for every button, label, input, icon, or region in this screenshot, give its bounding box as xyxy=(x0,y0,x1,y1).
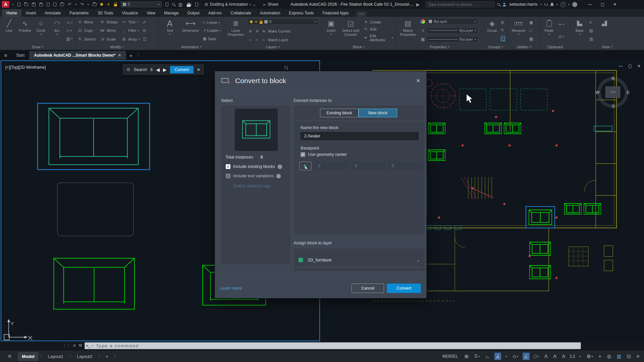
help-icon[interactable]: ? xyxy=(560,2,566,7)
quick-select-button[interactable]: ▣ xyxy=(529,20,533,25)
layer-combo[interactable]: ☀ 0 ▾ xyxy=(248,18,318,25)
selected-sofa-block[interactable] xyxy=(38,103,150,170)
scale-caret-icon[interactable]: ▾ xyxy=(578,354,582,359)
fillet-button[interactable]: ◞Fillet▾ xyxy=(121,28,140,33)
panel-label-layers[interactable]: Layers▾ xyxy=(224,44,322,50)
ellipse-button[interactable]: ◇▾ xyxy=(66,28,72,33)
status-menu-icon[interactable]: ≡ xyxy=(635,353,641,360)
user-avatar-icon[interactable] xyxy=(502,3,506,6)
mirror-button[interactable]: ⋈Mirror xyxy=(100,28,117,33)
ribbon-tab-addins[interactable]: Add-ins xyxy=(204,9,226,17)
redo-icon[interactable]: ↷ xyxy=(80,2,84,7)
line-button[interactable]: ╱Line xyxy=(2,18,16,44)
panel-label-annotation[interactable]: Annotation▾ xyxy=(159,44,224,50)
grid-toggle[interactable]: ⊞ xyxy=(463,353,470,360)
ribbon-tab-featured[interactable]: Featured Apps xyxy=(318,9,353,17)
osnap-toggle[interactable]: □▾ xyxy=(533,353,540,360)
block-name-input[interactable] xyxy=(301,132,419,140)
store-cart-icon[interactable] xyxy=(544,3,548,5)
ribbon-tab-output[interactable]: Output xyxy=(183,9,204,17)
search-settings-gear-icon[interactable]: ⚙ xyxy=(126,67,130,72)
autodesk-icon[interactable]: A xyxy=(550,2,554,7)
leader-button[interactable]: ↗Leader▾ xyxy=(203,28,221,33)
detect-convert-button[interactable]: ◲Detect and Convert xyxy=(340,18,361,44)
minimize-button[interactable]: — xyxy=(588,2,592,7)
linear-button[interactable]: ⊢Linear▾ xyxy=(203,20,221,25)
compass-e[interactable]: E xyxy=(627,90,630,95)
plot-icon[interactable] xyxy=(60,3,64,6)
ribbon-tab-home[interactable]: Home xyxy=(2,9,21,17)
zoom-tool-icon[interactable] xyxy=(172,3,175,6)
basepoint-x-field[interactable]: 0 xyxy=(315,162,349,170)
create-block-button[interactable]: ✦Create xyxy=(363,20,393,24)
title-play-icon[interactable]: ▶ xyxy=(416,2,420,7)
basepoint-z-field[interactable]: 0 xyxy=(388,162,423,170)
info-icon[interactable]: i xyxy=(276,174,281,178)
ribbon-options-button[interactable]: ▭ ▾ xyxy=(356,11,367,17)
cut-button[interactable]: ✂▾ xyxy=(558,22,564,27)
autoscale-toggle[interactable]: Λ xyxy=(552,353,557,360)
scale-button[interactable]: ⇲Scale xyxy=(100,37,117,42)
logo-caret-icon[interactable]: ▾ xyxy=(12,3,13,6)
layout2-tab[interactable]: Layout2 xyxy=(73,352,96,361)
copy-clip-button[interactable]: ⊡▾ xyxy=(558,35,564,39)
qat-layer-combo[interactable]: 0 ▾ xyxy=(121,1,162,7)
linetype-combo[interactable]: ByLayer▾ xyxy=(427,36,478,42)
panel-label-block[interactable]: Block▾ xyxy=(322,44,395,50)
compass-w[interactable]: W xyxy=(595,90,599,95)
toolbar-close-icon[interactable]: ✕ xyxy=(197,67,200,72)
quick-calc-button[interactable]: ▦ xyxy=(529,37,533,41)
match-properties-button[interactable]: ▤Match Properties xyxy=(398,18,418,44)
ribbon-tab-manage[interactable]: Manage xyxy=(160,9,183,17)
user-name[interactable]: sebastian.harris xyxy=(509,2,538,7)
ribbon-tab-collaborate[interactable]: Collaborate xyxy=(226,9,255,17)
next-result-icon[interactable]: ▶ xyxy=(163,67,167,72)
layout-tool-icon[interactable]: ▥ xyxy=(178,2,182,7)
combo-caret-icon[interactable]: ▾ xyxy=(158,3,160,6)
file-tab-document[interactable]: Autodesk AutoCAD ...Smart Blocks Demo* ✕ xyxy=(29,51,126,60)
info-icon[interactable]: i xyxy=(278,165,282,169)
polar-tracking-toggle[interactable]: ∡ xyxy=(494,353,501,360)
panel-label-draw[interactable]: Draw▾ xyxy=(0,44,75,50)
explode-button[interactable]: ⊟ xyxy=(143,28,147,33)
new-layout-button[interactable]: + xyxy=(102,352,112,361)
new-file-icon[interactable] xyxy=(17,3,20,6)
annotation-scale-value[interactable]: 1:1 xyxy=(570,354,575,359)
annotation-visibility-toggle[interactable]: Λ xyxy=(543,353,549,360)
layer-on-icon[interactable] xyxy=(100,3,103,6)
sheet-set-icon[interactable] xyxy=(195,3,198,6)
group-edit-button[interactable]: ✎ xyxy=(501,28,505,33)
layer-dropdown-chevron-icon[interactable]: ⌄ xyxy=(417,258,420,262)
save-icon[interactable] xyxy=(32,3,36,6)
markup-icon[interactable] xyxy=(165,3,168,6)
open-file-icon[interactable] xyxy=(24,3,28,6)
add-cleanup-icon[interactable]: + xyxy=(597,353,602,360)
measure-button[interactable]: Measure▾ xyxy=(511,18,527,44)
rectangle-button[interactable]: ▭▾ xyxy=(66,20,72,25)
isodraft-toggle[interactable]: ◇▾ xyxy=(511,353,520,360)
color-wheel-icon[interactable] xyxy=(420,19,425,24)
dialog-close-icon[interactable]: ✕ xyxy=(416,78,420,84)
close-button[interactable]: ✕ xyxy=(613,2,616,7)
file-tab-start[interactable]: Start xyxy=(11,51,29,60)
array-button[interactable]: ⊞Array▾ xyxy=(121,37,140,42)
base-button[interactable]: Base▾ xyxy=(573,18,587,44)
command-customize-icon[interactable]: ⚒ xyxy=(78,343,82,348)
customization-gear-icon[interactable]: ⚙▾ xyxy=(585,353,594,360)
annotation-scale-icon[interactable]: Λ xyxy=(561,353,567,360)
green-furniture[interactable] xyxy=(409,123,601,279)
edit-attributes-button[interactable]: ✒Edit Attributes▾ xyxy=(363,34,393,42)
model-space-badge[interactable]: MODEL xyxy=(442,354,458,359)
layout-menu-icon[interactable]: ≡ xyxy=(3,353,16,359)
ribbon-tab-visualize[interactable]: Visualize xyxy=(118,9,143,17)
arc-button[interactable]: ◠Arc▾ xyxy=(50,18,64,44)
autocad-logo[interactable]: A xyxy=(2,1,9,8)
circle-button[interactable]: ○Circle▾ xyxy=(34,18,48,44)
save-as-icon[interactable] xyxy=(39,3,43,6)
redo-caret-icon[interactable]: ▾ xyxy=(88,3,89,6)
compass-s[interactable]: S xyxy=(612,104,615,109)
copy-button[interactable]: ⊡Copy xyxy=(77,28,96,33)
offset-button[interactable]: ◫ xyxy=(143,37,147,41)
color-combo[interactable]: ByLayer▾ xyxy=(427,18,478,24)
include-text-checkbox[interactable]: ✓ xyxy=(226,174,230,178)
